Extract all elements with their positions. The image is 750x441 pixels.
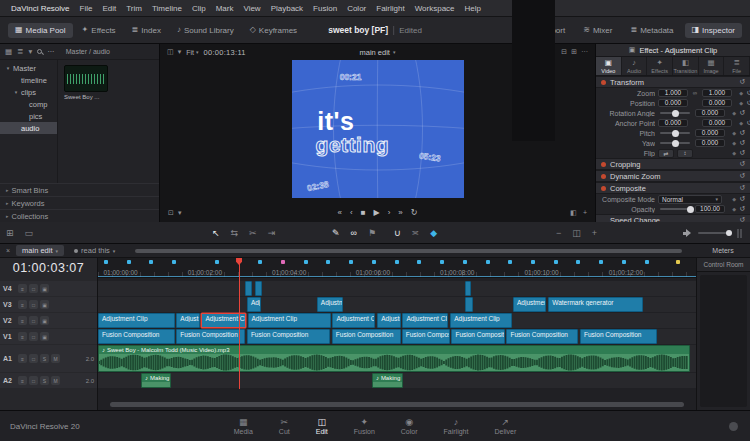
track-control-icon[interactable]: ▣ — [40, 332, 49, 341]
marker-icon[interactable]: ◆ — [430, 228, 437, 238]
first-frame-button[interactable]: « — [338, 208, 342, 218]
timeline-marker[interactable] — [258, 260, 262, 264]
menu-workspace[interactable]: Workspace — [410, 4, 460, 13]
snapping-icon[interactable]: ∪ — [394, 228, 401, 238]
index-button[interactable]: ≣Index — [125, 23, 168, 38]
rotation-angle-field[interactable]: 0.000 — [695, 109, 725, 117]
track-control-icon[interactable]: □ — [29, 316, 38, 325]
reset-icon[interactable]: ↺ — [739, 205, 745, 213]
position-x-field[interactable]: 0.000 — [658, 99, 688, 107]
bin-pics[interactable]: pics — [0, 110, 57, 122]
menu-trim[interactable]: Trim — [121, 4, 147, 13]
keyframe-icon[interactable]: ◆ — [739, 120, 743, 126]
reset-icon[interactable]: ↺ — [739, 109, 745, 117]
timeline-marker[interactable] — [508, 260, 512, 264]
position-y-field[interactable]: 0.000 — [702, 99, 732, 107]
flip-horizontal-button[interactable]: ⇄ — [658, 149, 674, 158]
effects-button[interactable]: ✦Effects — [75, 23, 123, 38]
razor-tool-icon[interactable]: ✂ — [249, 228, 257, 238]
timeline-marker[interactable] — [440, 260, 444, 264]
anchor-point-y-field[interactable]: 0.000 — [702, 119, 732, 127]
collections-section[interactable]: ▸Collections — [0, 209, 159, 222]
reset-icon[interactable]: ↺ — [746, 119, 750, 127]
last-frame-button[interactable]: » — [398, 208, 402, 218]
track-control-icon[interactable]: ▣ — [40, 284, 49, 293]
timeline-clip[interactable]: Adjustment Clip — [402, 313, 448, 328]
loop-button[interactable]: ↻ — [411, 208, 418, 218]
rotation-angle-slider-knob[interactable] — [672, 110, 679, 117]
bin-clips[interactable]: ▾clips — [0, 86, 57, 98]
timeline-clip[interactable] — [245, 281, 252, 296]
tab-effects[interactable]: ✦Effects — [647, 57, 673, 75]
metadata-button[interactable]: ≣Metadata — [623, 23, 680, 38]
zoom-x-field[interactable]: 1.000 — [658, 89, 688, 97]
bin-audio[interactable]: audio — [0, 122, 57, 134]
timeline-clip[interactable]: Adjustment Clip — [247, 297, 261, 312]
timeline-clip[interactable]: Fusion Composition — [247, 329, 330, 344]
zoom-fit-icon[interactable]: ◫ — [572, 228, 581, 238]
track-control-icon[interactable]: □ — [29, 300, 38, 309]
reset-icon[interactable]: ↺ — [739, 195, 745, 203]
track-header-a1[interactable]: A1≡□SM2.0 — [0, 345, 97, 372]
more-icon[interactable]: ⋯ — [581, 48, 588, 56]
trim-edit-icon[interactable]: ⇆ — [231, 228, 239, 238]
timeline-clip[interactable]: ♪Sweet Boy - Malcolm Todd (Music Video).… — [98, 345, 690, 372]
sort-icon[interactable]: ▾ — [28, 48, 32, 56]
enable-toggle[interactable] — [601, 174, 606, 179]
status-indicator-icon[interactable] — [729, 422, 738, 431]
timeline-clip[interactable]: Adjustment Clip — [513, 297, 546, 312]
mute-button[interactable]: M — [51, 376, 60, 385]
stop-button[interactable]: ■ — [361, 208, 366, 218]
tab-transition[interactable]: ◧Transition — [673, 57, 699, 75]
track-control-icon[interactable]: ▣ — [40, 316, 49, 325]
timeline-marker[interactable] — [172, 260, 176, 264]
close-icon[interactable]: × — [4, 247, 12, 254]
composite-mode-dropdown[interactable]: Normal▾ — [658, 195, 722, 204]
track-header-v3[interactable]: V3≡□▣ — [0, 297, 97, 312]
menu-color[interactable]: Color — [342, 4, 371, 13]
keyframe-icon[interactable]: ◆ — [739, 100, 743, 106]
opacity-field[interactable]: 100.00 — [695, 205, 725, 213]
solo-button[interactable]: S — [40, 354, 49, 363]
timeline-clip[interactable]: Adjustment Clip — [450, 313, 512, 328]
menu-mark[interactable]: Mark — [211, 4, 239, 13]
enable-toggle[interactable] — [601, 80, 606, 85]
match-frame-icon[interactable]: ◧ — [570, 209, 577, 217]
reset-icon[interactable]: ↺ — [739, 78, 745, 86]
yaw-slider[interactable] — [660, 142, 690, 144]
reset-icon[interactable]: ↺ — [739, 129, 745, 137]
list-view-icon[interactable]: ≣ — [17, 48, 23, 56]
play-button[interactable]: ▶ — [373, 208, 379, 218]
timeline-clip[interactable]: Adjustment Clip — [176, 313, 199, 328]
reset-icon[interactable]: ↺ — [739, 139, 745, 147]
zoom-select-icon[interactable]: ⊡ — [168, 209, 174, 217]
track-header-a2[interactable]: A2≡□SM2.0 — [0, 373, 97, 388]
timeline-clip[interactable] — [255, 281, 262, 296]
timeline-clip[interactable] — [465, 297, 473, 312]
insert-clip-icon[interactable]: ⇥ — [268, 228, 276, 238]
section-cropping[interactable]: Cropping↺ — [596, 158, 750, 170]
mute-button[interactable]: M — [51, 354, 60, 363]
page-deliver[interactable]: ↗Deliver — [494, 417, 516, 435]
crosshair-icon[interactable]: + — [583, 209, 587, 217]
track-control-icon[interactable]: □ — [29, 284, 38, 293]
track-control-icon[interactable]: ≡ — [18, 354, 27, 363]
solo-button[interactable]: S — [40, 376, 49, 385]
timeline-clip[interactable]: Adjustment Clip — [248, 313, 331, 328]
zoom-in-icon[interactable]: + — [592, 228, 597, 238]
track-control-icon[interactable]: ≡ — [18, 376, 27, 385]
video-frame[interactable]: it's getting 00:21 05:23 02:38 — [292, 60, 464, 198]
track-control-icon[interactable]: ≡ — [18, 300, 27, 309]
reset-icon[interactable]: ↺ — [739, 160, 745, 168]
speaker-icon[interactable] — [683, 229, 693, 238]
opacity-slider[interactable] — [660, 208, 690, 210]
page-fairlight[interactable]: ♪Fairlight — [444, 417, 469, 435]
tab-video[interactable]: ▣Video — [596, 57, 622, 75]
tab-file[interactable]: ≣File — [724, 57, 750, 75]
timeline-marker[interactable] — [463, 260, 467, 264]
timeline-clip[interactable]: Fusion Composition — [580, 329, 657, 344]
keyframe-icon[interactable]: ◆ — [732, 206, 736, 212]
timeline-clip[interactable]: Adjustment Clip — [98, 313, 175, 328]
clip-thumbnail[interactable] — [64, 65, 108, 92]
timeline-marker[interactable] — [554, 260, 558, 264]
